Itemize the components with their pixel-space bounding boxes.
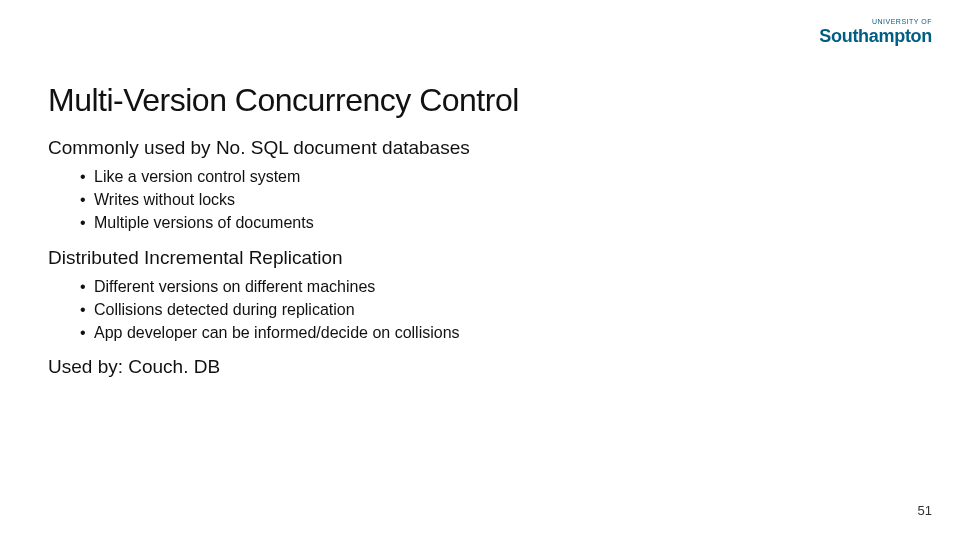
- slide: UNIVERSITY OF Southampton Multi-Version …: [0, 0, 960, 540]
- bullet-list: Like a version control system Writes wit…: [80, 165, 912, 235]
- list-item: Different versions on different machines: [80, 275, 912, 298]
- logo-prefix: UNIVERSITY OF: [819, 18, 932, 25]
- list-item: Collisions detected during replication: [80, 298, 912, 321]
- slide-title: Multi-Version Concurrency Control: [48, 82, 912, 119]
- university-logo: UNIVERSITY OF Southampton: [819, 18, 932, 45]
- slide-content: Multi-Version Concurrency Control Common…: [48, 82, 912, 378]
- section-heading: Distributed Incremental Replication: [48, 247, 912, 269]
- page-number: 51: [918, 503, 932, 518]
- bullet-list: Different versions on different machines…: [80, 275, 912, 345]
- list-item: Like a version control system: [80, 165, 912, 188]
- logo-name: Southampton: [819, 27, 932, 45]
- section-heading: Commonly used by No. SQL document databa…: [48, 137, 912, 159]
- used-by-line: Used by: Couch. DB: [48, 356, 912, 378]
- list-item: Multiple versions of documents: [80, 211, 912, 234]
- list-item: App developer can be informed/decide on …: [80, 321, 912, 344]
- list-item: Writes without locks: [80, 188, 912, 211]
